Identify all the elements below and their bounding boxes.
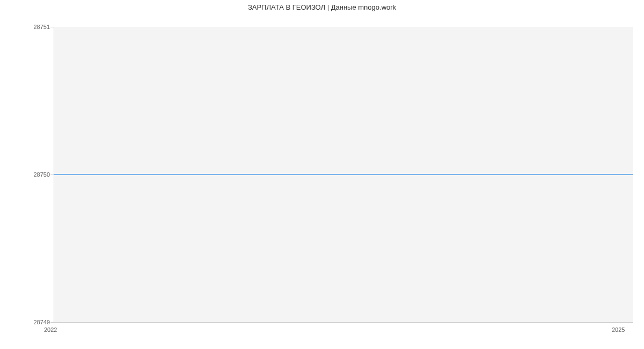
y-tick-mark [50,27,54,27]
chart-title: ЗАРПЛАТА В ГЕОИЗОЛ | Данные mnogo.work [0,3,644,11]
y-tick-label: 28751 [33,24,50,30]
y-tick-label: 28749 [33,319,50,325]
series-line-salary [54,174,633,175]
x-tick-label: 2022 [44,326,57,333]
y-tick-mark [50,322,54,323]
y-tick-label: 28750 [33,171,50,178]
x-axis-line [54,322,633,323]
x-tick-label: 2025 [612,326,625,333]
chart-container: ЗАРПЛАТА В ГЕОИЗОЛ | Данные mnogo.work 2… [0,0,644,349]
